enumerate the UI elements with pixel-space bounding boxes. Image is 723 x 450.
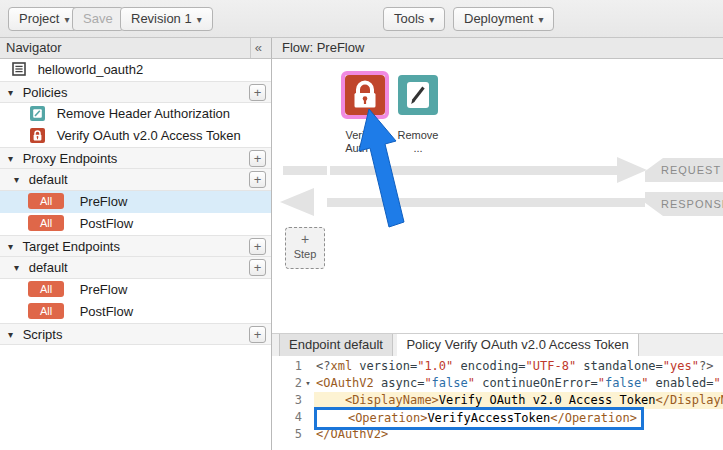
code-lines[interactable]: 1<?xml version="1.0" encoding="UTF-8" st… [272,356,723,450]
fold-gutter [302,409,314,426]
code-line-content[interactable]: <Operation>VerifyAccessToken</Operation> [314,409,723,426]
flow-condition-badge: All [28,215,64,231]
deployment-menu-button[interactable]: Deployment [453,7,554,31]
toolbar: Project Save Revision 1 Tools Deployment [0,0,723,38]
fold-gutter [302,358,314,375]
response-label: RESPONSE [645,192,723,216]
chevron-down-icon[interactable]: ▾ [14,257,19,279]
line-number: 2 [272,375,302,392]
pencil-icon [30,106,45,121]
request-bar-stub [283,166,327,175]
editor-tabbar: Endpoint default Policy Verify OAuth v2.… [272,334,723,356]
lock-icon [30,128,45,143]
tab-endpoint-default[interactable]: Endpoint default [279,334,393,356]
response-arrowhead-icon [280,188,314,216]
flow-header: Flow: PreFlow [272,38,723,59]
code-line-content[interactable]: <OAuthV2 async="false" continueOnError="… [314,375,723,392]
add-proxy-endpoint-button[interactable]: + [249,150,266,167]
save-button[interactable]: Save [72,7,124,31]
policy-verify-oauth-node[interactable] [341,71,389,119]
project-menu-button[interactable]: Project [8,7,81,31]
tree-item-label: helloworld_oauth2 [38,62,144,77]
add-target-endpoint-button[interactable]: + [249,238,266,255]
tree-section-label: Scripts [23,327,63,342]
tree-section-proxy-endpoints[interactable]: ▾ Proxy Endpoints + [0,147,271,169]
tree-item-label: Remove Header Authorization [57,106,230,121]
request-bar [330,166,617,175]
pencil-icon [398,75,438,115]
fold-toggle-icon[interactable]: ▾ [302,375,314,392]
tools-menu-button[interactable]: Tools [383,7,445,31]
collapse-navigator-icon[interactable]: « [250,38,266,58]
code-line[interactable]: 2▾<OAuthV2 async="false" continueOnError… [272,375,723,392]
tree-section-target-endpoints[interactable]: ▾ Target Endpoints + [0,235,271,257]
flow-condition-badge: All [28,281,64,297]
apigee-proxy-editor: Project Save Revision 1 Tools Deployment… [0,0,723,450]
revision-menu-button[interactable]: Revision 1 [120,7,213,31]
tree-item-label: PreFlow [80,194,128,209]
add-step-button[interactable]: + Step [285,227,325,269]
add-flow-button[interactable]: + [249,171,266,188]
tree-item-proxy-preflow[interactable]: All PreFlow [0,191,271,213]
chevron-down-icon[interactable]: ▾ [8,236,13,258]
add-policy-button[interactable]: + [249,84,266,101]
tree-item-label: PreFlow [80,282,128,297]
flow-canvas: Verify O Auth v... Remove ... REQUEST RE… [272,59,723,333]
line-number: 3 [272,392,302,409]
tree-section-scripts[interactable]: ▾ Scripts + [0,323,271,345]
plus-icon: + [286,230,324,248]
policy-remove-header-label: Remove ... [388,129,448,155]
fold-gutter [302,426,314,443]
tree-section-label: Proxy Endpoints [23,151,118,166]
tree-item-target-preflow[interactable]: All PreFlow [0,279,271,301]
tree-section-policies[interactable]: ▾ Policies + [0,81,271,103]
tree-subsection-label: default [29,260,68,275]
tree-item-proxy-postflow[interactable]: All PostFlow [0,213,271,235]
tree-section-label: Policies [23,85,68,100]
tab-policy-verify-oauth[interactable]: Policy Verify OAuth v2.0 Access Token [397,334,638,356]
tree-section-label: Target Endpoints [22,239,120,254]
add-flow-button[interactable]: + [249,259,266,276]
navigator-panel: helloworld_oauth2 ▾ Policies + Remove He… [0,59,272,450]
tree-item-label: Verify OAuth v2.0 Access Token [57,128,241,143]
tree-subsection-default-target[interactable]: ▾ default + [0,257,271,279]
flow-condition-badge: All [28,303,64,319]
tree-item-remove-header-policy[interactable]: Remove Header Authorization [0,103,271,125]
line-number: 4 [272,409,302,426]
code-line[interactable]: 1<?xml version="1.0" encoding="UTF-8" st… [272,358,723,375]
tree-item-proxy[interactable]: helloworld_oauth2 [0,59,271,81]
request-arrowhead-icon [617,157,647,183]
flow-title: Flow: PreFlow [282,40,364,55]
policy-verify-oauth-label: Verify O Auth v... [335,129,395,155]
tree-subsection-default-proxy[interactable]: ▾ default + [0,169,271,191]
chevron-down-icon[interactable]: ▾ [8,324,13,346]
response-bar [327,198,645,207]
line-number: 5 [272,426,302,443]
tree-item-label: PostFlow [80,304,133,319]
navigator-header: Navigator « [0,38,272,59]
code-line[interactable]: 4 <Operation>VerifyAccessToken</Operatio… [272,409,723,426]
lock-icon [345,75,385,115]
policy-remove-header-node[interactable] [398,75,438,115]
chevron-down-icon[interactable]: ▾ [8,82,13,104]
navigator-title: Navigator [6,40,62,55]
code-line-content[interactable]: <?xml version="1.0" encoding="UTF-8" sta… [314,358,723,375]
tree-item-label: PostFlow [80,216,133,231]
flow-condition-badge: All [28,193,64,209]
add-script-button[interactable]: + [249,326,266,343]
request-label: REQUEST [645,158,723,182]
code-editor-panel: Endpoint default Policy Verify OAuth v2.… [272,333,723,450]
chevron-down-icon[interactable]: ▾ [8,148,13,170]
fold-gutter [302,392,314,409]
proxy-list-icon [12,61,26,83]
tree-item-verify-oauth-policy[interactable]: Verify OAuth v2.0 Access Token [0,125,271,147]
tree-subsection-label: default [29,172,68,187]
chevron-down-icon[interactable]: ▾ [14,169,19,191]
line-number: 1 [272,358,302,375]
annotation-highlight-box: <Operation>VerifyAccessToken</Operation> [314,407,644,430]
tree-item-target-postflow[interactable]: All PostFlow [0,301,271,323]
